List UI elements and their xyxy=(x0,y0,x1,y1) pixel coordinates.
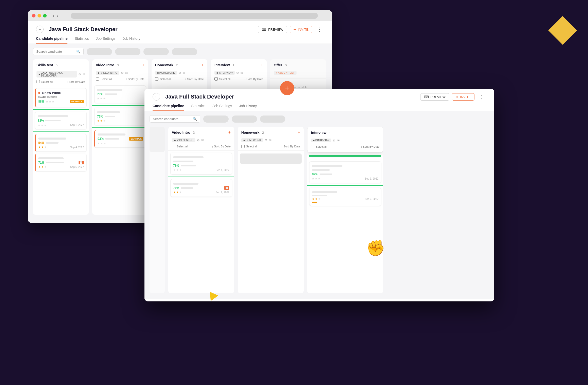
window1-video-select-all[interactable]: Select all xyxy=(96,77,112,81)
window1-col-interview-add[interactable]: + xyxy=(261,63,263,67)
stars-snow: ★ ★ ★ xyxy=(46,100,54,103)
window2-tab-candidate-pipeline[interactable]: Candidate pipeline xyxy=(153,104,184,111)
window1-video-card2[interactable]: 71% ★ ★ ★ xyxy=(94,108,146,125)
window1-col-video-header: Video Intro 3 + ▶ VIDEO INTRO ⚙ ✉ xyxy=(92,59,148,83)
forward-nav-btn[interactable]: › xyxy=(57,13,58,18)
window1-more-button[interactable]: ⋮ xyxy=(315,25,324,33)
settings-icon-int2[interactable]: ⚙ xyxy=(333,139,336,142)
window1-int-select-all[interactable]: Select all xyxy=(214,77,231,81)
window1-search-box[interactable]: 🔍 xyxy=(33,48,84,55)
settings-icon-int[interactable]: ⚙ xyxy=(236,71,239,75)
window2-tab-job-settings[interactable]: Job Settings xyxy=(212,104,232,111)
window2-search-input[interactable] xyxy=(153,117,191,121)
window2-video-sort[interactable]: ↕ Sort: By Date xyxy=(212,145,231,148)
window2-filter-pill-2[interactable] xyxy=(232,115,257,123)
settings-icon-hw2[interactable]: ⚙ xyxy=(265,139,267,142)
window2-filter-pill-1[interactable] xyxy=(203,115,229,123)
window1-hw-select-all[interactable]: Select all xyxy=(155,77,171,81)
star2: ★ xyxy=(176,191,179,194)
window1-int-check[interactable] xyxy=(214,77,218,81)
window1-page-title: Java Full Stack Developer xyxy=(49,26,117,33)
window2-int-select-all[interactable]: Select all xyxy=(311,145,327,148)
mail-icon-hw[interactable]: ✉ xyxy=(183,71,185,75)
window1-card-blur2[interactable]: 54% ★ ★ ★ Sep 4, 2022 xyxy=(35,134,87,152)
window2-back-button[interactable]: ← xyxy=(153,93,160,101)
close-dot[interactable] xyxy=(32,14,35,17)
window2-kanban-columns: Video Intro 3 + ▶ VIDEO INTRO ⚙ ✉ xyxy=(150,127,489,293)
window1-invite-button[interactable]: ➥ INVITE xyxy=(290,26,312,33)
window2-preview-button[interactable]: ⌨ PREVIEW xyxy=(420,93,449,101)
window1-col-video-add[interactable]: + xyxy=(142,63,144,67)
window2-hw-select-all[interactable]: Select all xyxy=(241,145,258,148)
mail-icon-int2[interactable]: ✉ xyxy=(337,139,340,142)
window1-col-video-title-row: Video Intro 3 + xyxy=(96,63,144,67)
settings-icon-video[interactable]: ⚙ xyxy=(121,71,124,75)
window2-tab-statistics[interactable]: Statistics xyxy=(191,104,205,111)
window1-video-sort[interactable]: ↕ Sort: By Date xyxy=(126,78,144,81)
window2-video-card2[interactable]: 71% 📄 ★ ★ ★ Sep 2, 2022 xyxy=(170,179,232,197)
doc-icon-w2v2: 📄 xyxy=(224,186,229,190)
window2-interview-card2[interactable]: ★ ★ ★ Sep 3, 2022 xyxy=(309,188,381,206)
window1-video-check[interactable] xyxy=(96,77,99,81)
window1-back-button[interactable]: ← xyxy=(36,26,44,33)
plus-add-button[interactable]: + xyxy=(280,81,294,95)
window1-select-all-label[interactable]: Select all xyxy=(36,80,53,83)
window2-video-check[interactable] xyxy=(172,145,175,148)
window2-interview-drag-controls: Select all ↕ Sort: By Date xyxy=(311,144,379,149)
window2-hw-sort[interactable]: ↕ Sort: By Date xyxy=(281,145,300,148)
mail-icon-video[interactable]: ✉ xyxy=(125,71,128,75)
date-2: Sep 4, 2022 xyxy=(70,146,84,149)
window2-int-check[interactable] xyxy=(311,145,314,148)
window2-int-sort[interactable]: ↕ Sort: By Date xyxy=(361,145,379,148)
window1-int-sort[interactable]: ↕ Sort: By Date xyxy=(244,78,263,81)
settings-icon-hw[interactable]: ⚙ xyxy=(178,71,181,75)
window2-col-video-add[interactable]: + xyxy=(228,130,231,135)
window1-select-all-check[interactable] xyxy=(36,80,40,83)
window1-video-card3[interactable]: 93% EXAMPLE ★ ★ ★ xyxy=(94,130,146,148)
window2-col-homework-add[interactable]: + xyxy=(298,130,300,135)
window1-search-input[interactable] xyxy=(36,50,74,53)
window1-card-blur3[interactable]: 71% 📄 ★ ★ ★ Sep xyxy=(35,154,87,171)
window2-col-video-header: Video Intro 3 + ▶ VIDEO INTRO ⚙ ✉ xyxy=(168,127,234,151)
window1-urlbar[interactable] xyxy=(71,13,318,19)
window1-filter-pill-1[interactable] xyxy=(87,48,112,55)
window2-video-card1[interactable]: 78% ★ ★ ★ Sep 1, 2022 xyxy=(170,153,232,175)
mail-icon-hw2[interactable]: ✉ xyxy=(269,139,271,142)
window1-tab-statistics[interactable]: Statistics xyxy=(75,36,89,44)
window2-video-select-all[interactable]: Select all xyxy=(172,145,188,148)
window2-hw-check[interactable] xyxy=(241,145,245,148)
minimize-dot[interactable] xyxy=(38,14,41,17)
star3: ★ xyxy=(44,123,46,127)
star2: ★ xyxy=(101,142,103,145)
window1-sort-label[interactable]: ↕ Sort: By Date xyxy=(66,80,85,83)
window1-card-blur1[interactable]: 82% ★ ★ ★ Sep 1, 2022 xyxy=(35,112,87,129)
mail-icon-v2[interactable]: ✉ xyxy=(201,139,204,142)
window1-hw-sort[interactable]: ↕ Sort: By Date xyxy=(185,78,204,81)
window2-search-box[interactable]: 🔍 xyxy=(150,115,200,123)
window2-filter-pill-3[interactable] xyxy=(260,115,285,123)
window1-preview-button[interactable]: ⌨ PREVIEW xyxy=(258,26,287,33)
window2-header-top: ← Java Full Stack Developer ⌨ PREVIEW ➥ … xyxy=(153,93,486,101)
window2-invite-button[interactable]: ➥ INVITE xyxy=(452,93,474,101)
window1-filter-pill-2[interactable] xyxy=(115,48,140,55)
window1-tab-job-history[interactable]: Job History xyxy=(123,36,140,44)
window1-tab-job-settings[interactable]: Job Settings xyxy=(96,36,115,44)
window2-interview-card1[interactable]: 92% ★ ★ ★ Sep 3, 2022 xyxy=(309,161,381,183)
window1-card-snow-wilde[interactable]: Snow Wilde MAYBE EUROPE 88% ★ ★ xyxy=(35,88,87,107)
maximize-dot[interactable] xyxy=(43,14,47,17)
window1-tab-candidate-pipeline[interactable]: Candidate pipeline xyxy=(36,36,67,44)
window1-filter-pill-3[interactable] xyxy=(143,48,169,55)
settings-icon-v2[interactable]: ⚙ xyxy=(197,139,200,142)
window1-col-homework-add[interactable]: + xyxy=(201,63,204,67)
window1-col-skills-add[interactable]: + xyxy=(83,63,85,67)
window2-tab-job-history[interactable]: Job History xyxy=(239,104,257,111)
window1-hw-check[interactable] xyxy=(155,77,158,81)
window2-more-button[interactable]: ⋮ xyxy=(477,93,486,101)
window1-video-card1[interactable]: 78% ★ ★ ★ xyxy=(94,85,146,103)
search-icon: 🔍 xyxy=(76,50,80,53)
mail-icon-sm[interactable]: ✉ xyxy=(83,72,85,76)
mail-icon-int[interactable]: ✉ xyxy=(241,71,243,75)
window1-filter-pill-4[interactable] xyxy=(172,48,197,55)
settings-icon-sm[interactable]: ⚙ xyxy=(78,72,81,76)
back-nav-btn[interactable]: ‹ xyxy=(53,13,54,18)
